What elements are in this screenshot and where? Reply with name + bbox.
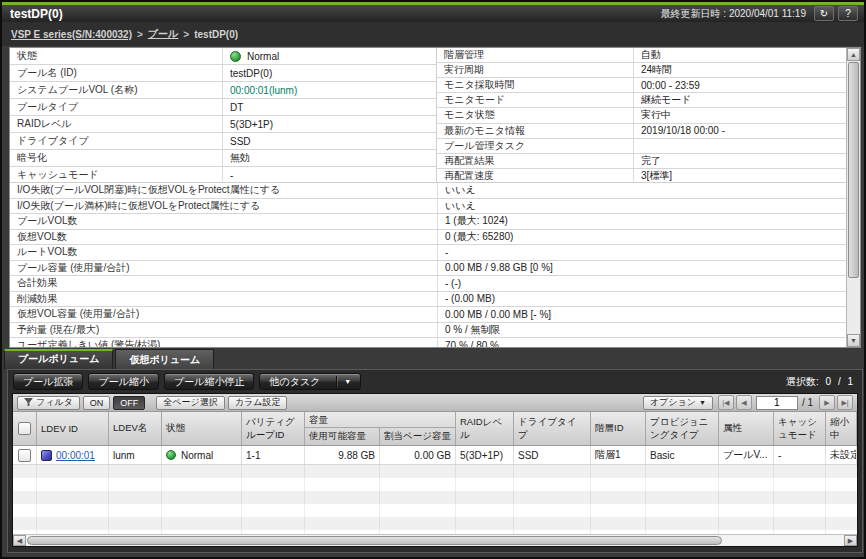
- detail-row-drive-type: ドライブタイプ SSD: [10, 133, 436, 150]
- vertical-scrollbar[interactable]: ▲ ▼: [846, 48, 860, 347]
- next-page-button[interactable]: ▶: [819, 395, 835, 410]
- col-header-raid-level[interactable]: RAIDレベル: [456, 412, 514, 445]
- shrink-pool-button[interactable]: プール縮小: [88, 373, 158, 390]
- selection-value: 0: [826, 376, 832, 387]
- detail-value: 3[標準]: [633, 169, 846, 183]
- detail-row-total-effect: 合計効果 - (-): [10, 276, 846, 292]
- filter-label: フィルタ: [36, 396, 73, 409]
- action-buttons: プール拡張 プール縮小 プール縮小停止 他のタスク ▼: [13, 373, 361, 390]
- scroll-right-arrow[interactable]: ▶: [844, 535, 857, 546]
- col-header-usable-capacity[interactable]: 使用可能容量: [305, 428, 380, 445]
- detail-value: 無効: [222, 150, 436, 166]
- title-bar: testDP(0) 最終更新日時 : 2020/04/01 11:19 ↻ ?: [2, 5, 864, 22]
- detail-row-status: 状態 Normal: [10, 48, 436, 65]
- help-button[interactable]: ?: [838, 6, 858, 21]
- pool-detail-panel: 状態 Normal プール名 (ID) testDP(0) システムプールVOL…: [9, 47, 861, 348]
- select-all-checkbox[interactable]: [18, 422, 31, 435]
- h-scrollbar-thumb[interactable]: [27, 536, 722, 545]
- page-number-input[interactable]: [756, 396, 798, 410]
- col-header-allocated-capacity[interactable]: 割当ページ容量: [380, 428, 455, 445]
- breadcrumb-link-system[interactable]: VSP E series(S/N:400032): [11, 29, 132, 40]
- last-page-button[interactable]: ▶|: [837, 395, 853, 410]
- scroll-left-arrow[interactable]: ◀: [13, 535, 26, 546]
- detail-value: いいえ: [437, 199, 846, 214]
- detail-row-root-vol-count: ルートVOL数 -: [10, 245, 846, 261]
- scroll-down-arrow[interactable]: ▼: [847, 334, 860, 347]
- usable-capacity-cell: 9.88 GB: [305, 446, 380, 464]
- detail-label: 予約量 (現在/最大): [10, 323, 437, 337]
- detail-label: 仮想VOL数: [10, 230, 437, 244]
- other-tasks-button[interactable]: 他のタスク ▼: [259, 373, 361, 390]
- detail-value: 00:00:01(lunm): [222, 82, 436, 98]
- pagination: オプション ▼ |◀ ◀ / 1 ▶ ▶|: [643, 395, 853, 410]
- select-all-checkbox-cell: [13, 412, 37, 445]
- h-scrollbar-track[interactable]: [26, 535, 844, 546]
- filter-off-button[interactable]: OFF: [113, 396, 145, 410]
- detail-label: 再配置速度: [437, 169, 633, 183]
- detail-label: モニタ状態: [437, 108, 633, 122]
- scroll-up-arrow[interactable]: ▲: [847, 48, 860, 61]
- prev-page-button[interactable]: ◀: [736, 395, 752, 410]
- cache-mode-cell: -: [774, 446, 826, 464]
- filter-on-button[interactable]: ON: [83, 396, 111, 410]
- column-settings-button[interactable]: カラム設定: [228, 396, 288, 410]
- col-header-tier-id[interactable]: 階層ID: [591, 412, 646, 445]
- volume-icon: [41, 450, 52, 461]
- filter-button[interactable]: フィルタ: [17, 396, 80, 410]
- row-checkbox[interactable]: [18, 449, 31, 462]
- breadcrumb-link-pools[interactable]: プール: [148, 27, 178, 41]
- first-page-button[interactable]: |◀: [718, 395, 734, 410]
- detail-value: testDP(0): [222, 65, 436, 81]
- table-header: LDEV ID LDEV名 状態 パリティグループID 容量 使用可能容量 割当…: [13, 412, 857, 446]
- detail-left-column: 状態 Normal プール名 (ID) testDP(0) システムプールVOL…: [10, 48, 437, 183]
- detail-label: 削減効果: [10, 292, 437, 306]
- tab-virtual-volumes[interactable]: 仮想ボリューム: [115, 349, 214, 369]
- table-row[interactable]: 00:00:01 lunm Normal 1-1 9.88 GB 0.00 GB…: [13, 446, 857, 465]
- col-header-attribute[interactable]: 属性: [719, 412, 774, 445]
- detail-value: いいえ: [437, 183, 846, 198]
- detail-row-cycle: 実行周期 24時間: [437, 63, 846, 78]
- detail-label: I/O失敗(プールVOL閉塞)時に仮想VOLをProtect属性にする: [10, 183, 437, 197]
- col-header-status[interactable]: 状態: [162, 412, 242, 445]
- detail-value: 70 % / 80 %: [437, 338, 846, 347]
- allocated-capacity-cell: 0.00 GB: [380, 446, 456, 464]
- scrollbar-track[interactable]: [847, 61, 860, 334]
- tab-pool-volumes[interactable]: プールボリューム: [4, 349, 113, 369]
- other-tasks-label: 他のタスク: [269, 375, 320, 389]
- col-header-ldev-id[interactable]: LDEV ID: [37, 412, 109, 445]
- col-header-cache-mode[interactable]: キャッシュモード: [774, 412, 826, 445]
- col-header-capacity[interactable]: 容量: [305, 412, 455, 428]
- col-header-ldev-name[interactable]: LDEV名: [109, 412, 162, 445]
- pool-volumes-panel: プール拡張 プール縮小 プール縮小停止 他のタスク ▼ 選択数: 0 / 1 フ…: [7, 369, 863, 553]
- detail-value: -: [437, 245, 846, 260]
- detail-row-virtual-vol-capacity: 仮想VOL容量 (使用量/合計) 0.00 MB / 0.00 MB [- %]: [10, 307, 846, 323]
- detail-row-reservation: 予約量 (現在/最大) 0 % / 無制限: [10, 323, 846, 339]
- options-button[interactable]: オプション ▼: [643, 396, 713, 410]
- col-header-shrinking[interactable]: 縮小中: [826, 412, 857, 445]
- col-header-provisioning-type[interactable]: プロビジョニングタイプ: [646, 412, 719, 445]
- select-all-pages-button[interactable]: 全ページ選択: [156, 396, 224, 410]
- detail-row-monitor-time: モニタ採取時間 00:00 - 23:59: [437, 78, 846, 93]
- detail-label: 合計効果: [10, 276, 437, 290]
- detail-value: 1 (最大: 1024): [437, 214, 846, 229]
- detail-label: モニタ採取時間: [437, 78, 633, 92]
- system-pool-vol-link[interactable]: 00:00:01(lunm): [230, 85, 297, 96]
- horizontal-scrollbar[interactable]: ◀ ▶: [13, 534, 857, 546]
- stop-shrinking-pool-button[interactable]: プール縮小停止: [164, 373, 254, 390]
- detail-row-pool-capacity: プール容量 (使用量/合計) 0.00 MB / 9.88 GB [0 %]: [10, 261, 846, 277]
- scrollbar-thumb[interactable]: [848, 62, 859, 278]
- ldev-id-link[interactable]: 00:00:01: [56, 450, 95, 461]
- col-header-parity-group[interactable]: パリティグループID: [242, 412, 305, 445]
- ldev-name-cell: lunm: [109, 446, 162, 464]
- col-header-drive-type[interactable]: ドライブタイプ: [514, 412, 591, 445]
- status-text: Normal: [181, 450, 213, 461]
- expand-pool-button[interactable]: プール拡張: [13, 373, 83, 390]
- detail-label: 実行周期: [437, 63, 633, 77]
- detail-row-pool-task: プール管理タスク: [437, 139, 846, 154]
- refresh-icon: ↻: [820, 8, 828, 19]
- detail-row-relocation-result: 再配置結果 完了: [437, 154, 846, 169]
- detail-label: ルートVOL数: [10, 245, 437, 259]
- selection-separator: /: [838, 376, 841, 387]
- refresh-button[interactable]: ↻: [814, 6, 834, 21]
- detail-row-pool-name: プール名 (ID) testDP(0): [10, 65, 436, 82]
